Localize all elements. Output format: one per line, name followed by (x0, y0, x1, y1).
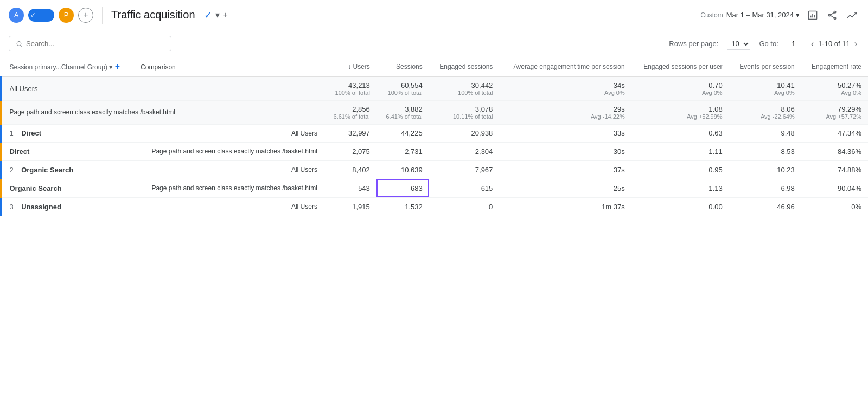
row2b-sessions[interactable]: 683 (376, 179, 429, 197)
chart-icon-button[interactable] (805, 8, 820, 23)
svg-point-1 (834, 11, 835, 12)
table-container: Session primary...Channel Group) ▾ + Com… (0, 57, 868, 216)
summary-comparison-row: Page path and screen class exactly match… (1, 100, 869, 124)
top-icons (805, 8, 859, 23)
summary-comparison-users: 2,856 6.61% of total (324, 100, 376, 124)
all-users-users-pct: 100% of total (330, 89, 370, 96)
all-users-sessions-value: 60,554 (383, 81, 423, 89)
title-actions: ✓ ▾ + (204, 9, 228, 21)
row2-num: 2 (10, 166, 14, 174)
col-events-label: Events per session (739, 63, 794, 72)
search-input[interactable] (26, 40, 164, 48)
title-dropdown-button[interactable]: ▾ (215, 10, 220, 20)
row1b-channel: Direct (3, 143, 135, 161)
row2b-events: 6.98 (729, 179, 801, 197)
row2b-channel-name: Organic Search (10, 184, 62, 192)
row1b-sessions: 2,731 (376, 143, 429, 161)
date-range-button[interactable]: Mar 1 – Mar 31, 2024 ▾ (726, 11, 800, 19)
row3a-segment: All Users (134, 197, 324, 216)
col-channel-label: Session primary...Channel Group) (10, 63, 108, 71)
col-eng-user-label: Engaged sessions per user (643, 63, 722, 72)
row2-channel[interactable]: 2 Organic Search (3, 161, 135, 179)
rows-per-page-select[interactable]: 10 25 50 (727, 38, 750, 50)
row3-channel[interactable]: 3 Unassigned (3, 197, 135, 216)
search-left (9, 36, 665, 51)
all-users-events-pct: Avg 0% (736, 89, 795, 96)
col-channel-dropdown[interactable]: ▾ (109, 63, 113, 71)
col-header-comparison: Comparison (134, 57, 324, 76)
svg-point-4 (17, 41, 21, 46)
row3a-segment-text: All Users (291, 203, 317, 210)
comparison-sessions-pct: 6.41% of total (383, 113, 423, 120)
next-page-button[interactable]: › (852, 38, 859, 50)
search-icon (16, 40, 23, 48)
col-header-channel[interactable]: Session primary...Channel Group) ▾ + (3, 57, 135, 76)
row1b-segment-text: Page path and screen class exactly match… (151, 147, 317, 155)
row1a-eng-user: 0.63 (631, 124, 729, 143)
row1a-eng-rate: 47.34% (801, 124, 868, 143)
row1-channel[interactable]: 1 Direct (3, 124, 135, 143)
table-header-row: Session primary...Channel Group) ▾ + Com… (1, 57, 869, 76)
row1b-eng-rate: 84.36% (801, 143, 868, 161)
col-avg-eng-label: Average engagement time per session (513, 63, 624, 72)
row1a-engaged: 20,938 (429, 124, 500, 143)
date-custom-label: Custom (700, 11, 723, 19)
row1b-segment: Page path and screen class exactly match… (134, 143, 324, 161)
avatar-a[interactable]: A (9, 8, 24, 23)
summary-comparison-eng-rate: 79.29% Avg +57.72% (801, 100, 868, 124)
row1a-sessions: 44,225 (376, 124, 429, 143)
col-eng-rate-label: Engagement rate (812, 63, 861, 72)
col-header-events[interactable]: Events per session (729, 57, 801, 76)
col-header-engaged[interactable]: Engaged sessions (429, 57, 500, 76)
row1a-events: 9.48 (729, 124, 801, 143)
row1b-engaged: 2,304 (429, 143, 500, 161)
toggle-check-icon: ✓ (30, 11, 36, 19)
search-input-wrap[interactable] (9, 36, 171, 51)
svg-point-2 (828, 14, 830, 16)
summary-all-users-users: 43,213 100% of total (324, 76, 376, 100)
date-range-text: Mar 1 – Mar 31, 2024 (726, 11, 794, 19)
all-users-engaged-value: 30,442 (436, 81, 493, 89)
all-users-eng-user-value: 0.70 (638, 81, 723, 89)
table-row: 1 Direct All Users 32,997 44,225 20,938 … (1, 124, 869, 143)
col-sessions-label: Sessions (396, 63, 423, 72)
col-header-avg-eng[interactable]: Average engagement time per session (499, 57, 631, 76)
col-header-users[interactable]: ↓ Users (324, 57, 376, 76)
goto-input[interactable] (787, 40, 800, 48)
row1b-events: 8.53 (729, 143, 801, 161)
all-users-eng-rate-pct: Avg 0% (808, 89, 861, 96)
row3-num: 3 (10, 203, 14, 211)
col-channel-add[interactable]: + (115, 62, 120, 72)
col-header-eng-user[interactable]: Engaged sessions per user (631, 57, 729, 76)
all-users-eng-rate-value: 50.27% (808, 81, 861, 89)
col-header-eng-rate[interactable]: Engagement rate (801, 57, 868, 76)
prev-page-button[interactable]: ‹ (809, 38, 816, 50)
col-engaged-label: Engaged sessions (439, 63, 493, 72)
page-title: Traffic acquisition (111, 9, 195, 21)
col-header-sessions[interactable]: Sessions (376, 57, 429, 76)
row2b-engaged: 615 (429, 179, 500, 197)
data-table: Session primary...Channel Group) ▾ + Com… (0, 57, 868, 216)
date-range: Custom Mar 1 – Mar 31, 2024 ▾ (700, 11, 800, 19)
share-icon-button[interactable] (825, 8, 840, 23)
row1-channel-name: Direct (21, 129, 41, 137)
row2a-eng-user: 0.95 (631, 161, 729, 179)
add-account-button[interactable]: + (78, 8, 93, 23)
col-comparison-label: Comparison (141, 63, 176, 71)
row1b-channel-name: Direct (10, 147, 30, 156)
avatar-p[interactable]: P (59, 8, 74, 23)
comparison-text: Page path and screen class exactly match… (10, 108, 176, 116)
page-info: 1-10 of 11 (818, 40, 850, 48)
all-users-avg-eng-value: 34s (506, 81, 624, 89)
comparison-events-value: 8.06 (736, 105, 795, 113)
all-users-eng-user-pct: Avg 0% (638, 89, 723, 96)
title-add-button[interactable]: + (223, 10, 228, 20)
summary-comparison-avg-eng: 29s Avg -14.22% (499, 100, 631, 124)
trend-icon-button[interactable] (844, 8, 859, 23)
row2a-segment: All Users (134, 161, 324, 179)
toggle[interactable]: ✓ (28, 9, 54, 22)
comparison-users-value: 2,856 (330, 105, 370, 113)
row3a-events: 46.96 (729, 197, 801, 216)
row1b-users: 2,075 (324, 143, 376, 161)
summary-all-users-sessions: 60,554 100% of total (376, 76, 429, 100)
